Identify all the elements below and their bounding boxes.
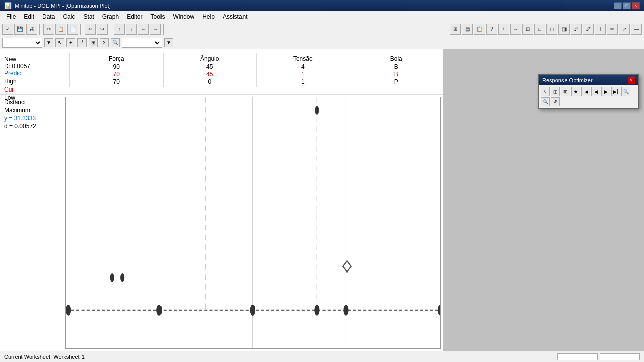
tb2-crosshair[interactable]: + xyxy=(66,38,75,47)
ro-btn-5[interactable]: |◀ xyxy=(581,87,590,96)
toolbar-up[interactable]: ↑ xyxy=(114,24,125,35)
font-select[interactable] xyxy=(2,38,42,48)
toolbar-undo[interactable]: ↩ xyxy=(85,24,96,35)
toolbar-graph-7[interactable]: ⊡ xyxy=(522,24,533,35)
bola-high: B xyxy=(394,63,398,70)
toolbar-cut[interactable]: ✂ xyxy=(43,24,54,35)
toolbar-graph-14[interactable]: ✏ xyxy=(607,24,618,35)
toolbar-graph-15[interactable]: ↗ xyxy=(619,24,630,35)
svg-point-17 xyxy=(343,305,348,316)
menu-assistant[interactable]: Assistant xyxy=(219,12,252,21)
content-panel: New D: 0.0057 Predict High Cur Low xyxy=(0,49,443,351)
angulo-high: 45 xyxy=(206,63,213,70)
ro-btn-4[interactable]: ★ xyxy=(571,87,580,96)
left-info: Distânci Maximum y = 31.3333 d = 0.00572 xyxy=(0,95,65,351)
svg-point-7 xyxy=(110,273,114,282)
toolbar-graph-3[interactable]: 📋 xyxy=(474,24,485,35)
toolbar-graph-2[interactable]: ▤ xyxy=(462,24,473,35)
ro-titlebar: Response Optimizer × xyxy=(539,75,638,85)
col-angulo: Ângulo 45 45 0 xyxy=(163,53,257,87)
tb2-search[interactable]: 🔍 xyxy=(111,38,120,47)
toolbar-graph-1[interactable]: ⊞ xyxy=(450,24,461,35)
columns-header: Força 90 70 70 Ângulo 45 45 0 xyxy=(69,53,443,87)
toolbar-graph-10[interactable]: ◨ xyxy=(558,24,570,35)
toolbar-print[interactable]: 🖨 xyxy=(26,24,37,35)
ro-btn-11[interactable]: ↺ xyxy=(551,97,560,106)
toolbar-checkmark[interactable]: ✓ xyxy=(2,24,13,35)
d-label: D: 0.0057 xyxy=(4,63,69,70)
main-toolbar: ✓ 💾 🖨 ✂ 📋 📄 ↩ ↪ ↑ ↓ ← → ⊞ ▤ 📋 ? + → ⊡ □ … xyxy=(0,22,644,36)
status-right xyxy=(557,353,640,360)
ro-btn-8[interactable]: ▶| xyxy=(611,87,620,96)
tb2-line[interactable]: / xyxy=(77,38,87,47)
toolbar-save[interactable]: 💾 xyxy=(14,24,25,35)
toolbar-left[interactable]: ← xyxy=(138,24,149,35)
menu-edit[interactable]: Edit xyxy=(20,12,38,21)
ro-btn-3[interactable]: ⊞ xyxy=(561,87,570,96)
toolbar-right[interactable]: → xyxy=(150,24,161,35)
svg-point-5 xyxy=(66,305,71,316)
ro-btn-9[interactable]: 🔍 xyxy=(621,87,630,96)
toolbar-graph-12[interactable]: 🖍 xyxy=(583,24,594,35)
toolbar-copy[interactable]: 📋 xyxy=(55,24,66,35)
toolbar-graph-5[interactable]: + xyxy=(498,24,509,35)
menu-stat[interactable]: Stat xyxy=(79,12,98,21)
svg-point-18 xyxy=(314,305,319,316)
ro-btn-7[interactable]: ▶ xyxy=(601,87,610,96)
window-controls[interactable]: _ □ × xyxy=(614,2,640,9)
separator-2 xyxy=(80,24,83,35)
toolbar-graph-16[interactable]: — xyxy=(631,24,642,35)
col-forca-values: 90 70 70 xyxy=(70,63,163,85)
tb2-clear[interactable]: × xyxy=(100,38,109,47)
ro-btn-2[interactable]: ◫ xyxy=(551,87,560,96)
toolbar-graph-4[interactable]: ? xyxy=(486,24,497,35)
svg-point-12 xyxy=(156,305,162,316)
optimization-plot-svg xyxy=(66,97,440,348)
menu-tools[interactable]: Tools xyxy=(146,12,169,21)
toolbar-paste[interactable]: 📄 xyxy=(67,24,78,35)
ro-btn-10[interactable]: 🔍 xyxy=(541,97,550,106)
menu-help[interactable]: Help xyxy=(198,12,219,21)
toolbar-graph-9[interactable]: ◻ xyxy=(546,24,557,35)
ro-btn-1[interactable]: ↖ xyxy=(541,87,550,96)
menu-editor[interactable]: Editor xyxy=(123,12,146,21)
separator-3 xyxy=(110,24,112,35)
col-angulo-values: 45 45 0 xyxy=(164,63,257,85)
minimize-button[interactable]: _ xyxy=(614,2,622,9)
menu-bar: File Edit Data Calc Stat Graph Editor To… xyxy=(0,11,644,22)
separator-1 xyxy=(39,24,41,35)
maximize-button[interactable]: □ xyxy=(623,2,631,9)
close-button[interactable]: × xyxy=(632,2,640,9)
y-value: y = 31.3333 xyxy=(4,115,61,122)
menu-window[interactable]: Window xyxy=(169,12,199,21)
toolbar-redo[interactable]: ↪ xyxy=(97,24,108,35)
col-tensao-label: Tensão xyxy=(257,55,350,62)
forca-low: 70 xyxy=(113,78,120,85)
col-tensao: Tensão 4 1 1 xyxy=(256,53,350,87)
ro-btn-6[interactable]: ◀ xyxy=(591,87,600,96)
toolbar-graph-13[interactable]: T xyxy=(595,24,606,35)
menu-data[interactable]: Data xyxy=(38,12,59,21)
toolbar-down[interactable]: ↓ xyxy=(126,24,137,35)
plot-area: Distânci Maximum y = 31.3333 d = 0.00572 xyxy=(0,95,443,351)
tb2-size-dropdown[interactable]: ▼ xyxy=(164,38,173,47)
menu-file[interactable]: File xyxy=(2,12,20,21)
cur-row: Cur xyxy=(4,86,69,93)
size-select[interactable] xyxy=(122,38,162,48)
col-forca: Força 90 70 70 xyxy=(69,53,163,87)
toolbar-graph-11[interactable]: 🖊 xyxy=(571,24,582,35)
menu-graph[interactable]: Graph xyxy=(98,12,123,21)
main-area: New D: 0.0057 Predict High Cur Low xyxy=(0,49,644,351)
maximum-label: Maximum xyxy=(4,107,61,114)
tb2-dropdown[interactable]: ▼ xyxy=(44,38,53,47)
ro-close-button[interactable]: × xyxy=(628,77,635,84)
menu-calc[interactable]: Calc xyxy=(59,12,79,21)
tb2-select-tool[interactable]: ⊞ xyxy=(89,38,98,47)
ro-title: Response Optimizer xyxy=(542,77,628,83)
toolbar-graph-6[interactable]: → xyxy=(510,24,521,35)
angulo-low: 0 xyxy=(208,78,211,85)
toolbar-graph-8[interactable]: □ xyxy=(534,24,545,35)
svg-point-8 xyxy=(120,273,124,282)
tb2-cursor[interactable]: ↖ xyxy=(55,38,64,47)
predict-link[interactable]: Predict xyxy=(4,70,23,77)
